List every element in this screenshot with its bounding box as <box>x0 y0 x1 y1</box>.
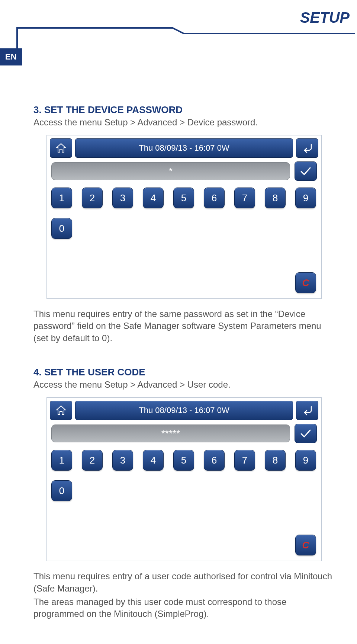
key-1[interactable]: 1 <box>51 188 72 208</box>
confirm-button[interactable] <box>295 161 317 181</box>
section-4-subtitle: Access the menu Setup > Advanced > User … <box>33 379 335 390</box>
section-4-description-1: This menu requires entry of a user code … <box>33 570 335 595</box>
check-icon <box>300 429 312 438</box>
key-0[interactable]: 0 <box>51 480 72 501</box>
key-4[interactable]: 4 <box>143 188 164 208</box>
key-8[interactable]: 8 <box>265 450 286 471</box>
panel-titlebar: Thu 08/09/13 - 16:07 0W <box>75 138 293 158</box>
language-badge: EN <box>0 48 22 65</box>
keypad: 1 2 3 4 5 6 7 8 9 0 <box>47 443 321 505</box>
header-rule <box>16 27 355 34</box>
section-4-heading: 4. SET THE USER CODE <box>33 366 335 378</box>
key-9[interactable]: 9 <box>295 450 316 471</box>
key-1[interactable]: 1 <box>51 450 72 471</box>
device-password-panel: Thu 08/09/13 - 16:07 0W * 1 2 3 4 5 6 7 <box>46 135 322 299</box>
section-3-description: This menu requires entry of the same pas… <box>33 308 335 344</box>
section-4-description-2: The areas managed by this user code must… <box>33 596 335 620</box>
key-2[interactable]: 2 <box>82 188 103 208</box>
panel-titlebar: Thu 08/09/13 - 16:07 0W <box>75 401 293 420</box>
key-4[interactable]: 4 <box>143 450 164 471</box>
section-3-heading: 3. SET THE DEVICE PASSWORD <box>33 104 335 116</box>
key-7[interactable]: 7 <box>234 450 255 471</box>
key-2[interactable]: 2 <box>82 450 103 471</box>
check-icon <box>300 166 312 176</box>
key-3[interactable]: 3 <box>112 450 133 471</box>
key-6[interactable]: 6 <box>204 450 225 471</box>
page-title: SETUP <box>300 9 350 26</box>
section-3-subtitle: Access the menu Setup > Advanced > Devic… <box>33 117 335 128</box>
home-button[interactable] <box>50 401 72 420</box>
return-arrow-icon <box>301 405 313 416</box>
confirm-button[interactable] <box>295 424 317 443</box>
key-6[interactable]: 6 <box>204 188 225 208</box>
keypad: 1 2 3 4 5 6 7 8 9 0 <box>47 181 321 243</box>
key-8[interactable]: 8 <box>265 188 286 208</box>
key-5[interactable]: 5 <box>173 450 194 471</box>
key-0[interactable]: 0 <box>51 218 72 239</box>
usercode-input[interactable]: ***** <box>51 424 290 442</box>
user-code-panel: Thu 08/09/13 - 16:07 0W ***** 1 2 3 4 5 … <box>46 397 322 561</box>
clear-button[interactable]: C <box>295 272 316 293</box>
key-9[interactable]: 9 <box>295 188 316 208</box>
key-7[interactable]: 7 <box>234 188 255 208</box>
key-5[interactable]: 5 <box>173 188 194 208</box>
home-icon <box>55 405 67 416</box>
password-input[interactable]: * <box>51 162 290 180</box>
key-3[interactable]: 3 <box>112 188 133 208</box>
back-button[interactable] <box>296 401 318 420</box>
page-header: SETUP <box>0 4 357 37</box>
back-button[interactable] <box>296 138 318 158</box>
return-arrow-icon <box>301 143 313 153</box>
clear-button[interactable]: C <box>295 535 316 555</box>
home-button[interactable] <box>50 138 72 158</box>
home-icon <box>55 143 67 153</box>
